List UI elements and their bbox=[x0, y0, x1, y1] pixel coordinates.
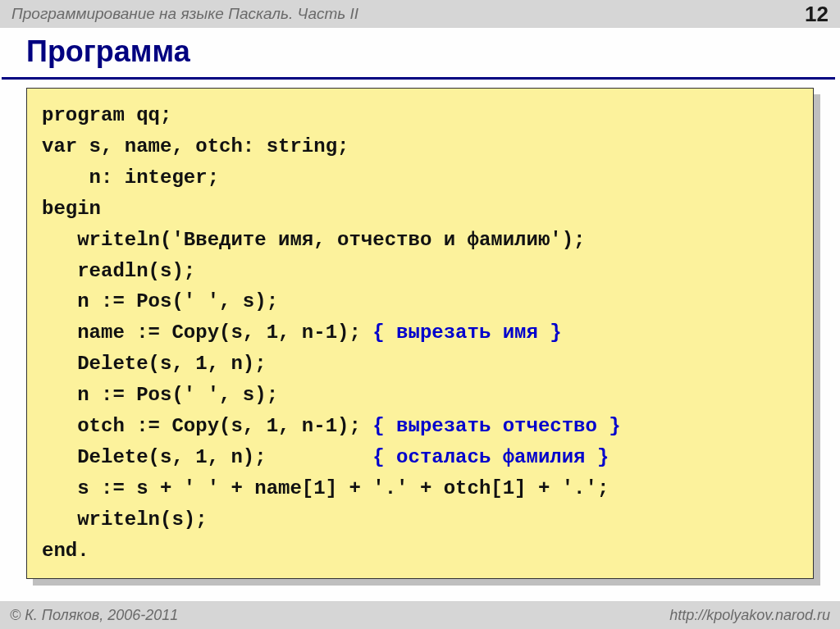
code-comment: { осталась фамилия } bbox=[372, 446, 609, 468]
code-line: var s, name, otch: string; bbox=[42, 131, 798, 162]
code-comment: { вырезать отчество } bbox=[372, 415, 620, 437]
code-line: otch := Copy(s, 1, n-1); { вырезать отче… bbox=[42, 411, 798, 442]
code-block: program qq; var s, name, otch: string; n… bbox=[26, 88, 814, 579]
page-title: Программа bbox=[2, 28, 835, 80]
code-line: Delete(s, 1, n); bbox=[42, 349, 798, 380]
code-line: readln(s); bbox=[42, 256, 798, 287]
code-line: writeln(s); bbox=[42, 504, 798, 536]
copyright: © К. Поляков, 2006-2011 bbox=[10, 607, 178, 624]
code-text: name := Copy(s, 1, n-1); bbox=[42, 321, 372, 344]
code-line: n := Pos(' ', s); bbox=[42, 380, 798, 411]
code-line: writeln('Введите имя, отчество и фамилию… bbox=[42, 225, 798, 256]
code-line: program qq; bbox=[42, 100, 798, 131]
code-line: begin bbox=[42, 194, 798, 225]
course-title: Программирование на языке Паскаль. Часть… bbox=[11, 5, 358, 23]
code-text: Delete(s, 1, n); bbox=[42, 446, 372, 468]
code-line: end. bbox=[42, 536, 798, 567]
code-line: n: integer; bbox=[42, 162, 798, 194]
code-line: Delete(s, 1, n); { осталась фамилия } bbox=[42, 442, 798, 473]
slide-header: Программирование на языке Паскаль. Часть… bbox=[0, 0, 840, 28]
code-line: n := Pos(' ', s); bbox=[42, 286, 798, 317]
footer-url: http://kpolyakov.narod.ru bbox=[669, 607, 830, 624]
code-container: program qq; var s, name, otch: string; n… bbox=[26, 88, 814, 579]
code-comment: { вырезать имя } bbox=[372, 321, 561, 344]
page-number: 12 bbox=[805, 2, 829, 27]
code-line: name := Copy(s, 1, n-1); { вырезать имя … bbox=[42, 317, 798, 349]
code-line: s := s + ' ' + name[1] + '.' + otch[1] +… bbox=[42, 473, 798, 504]
code-text: otch := Copy(s, 1, n-1); bbox=[42, 415, 372, 437]
slide-footer: © К. Поляков, 2006-2011 http://kpolyakov… bbox=[0, 601, 840, 629]
